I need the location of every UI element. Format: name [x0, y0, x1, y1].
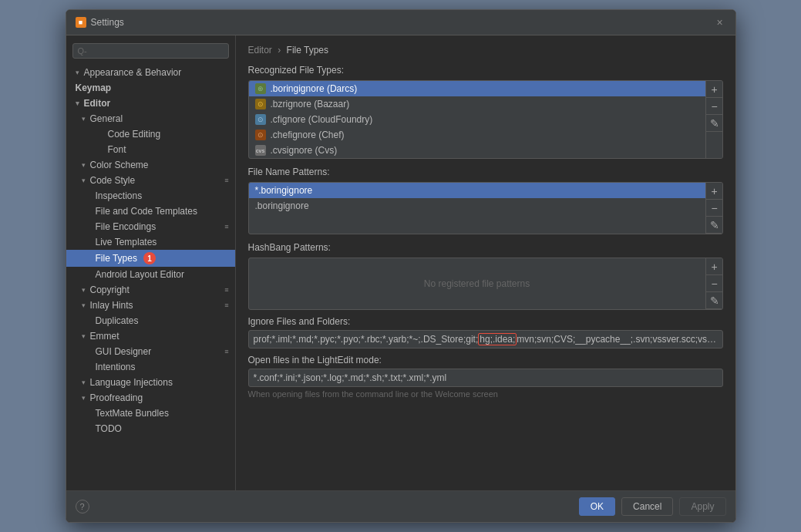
- sidebar-item-general[interactable]: ▾General: [66, 111, 235, 126]
- list-item[interactable]: ⊙ .bzrignore (Bazaar): [249, 96, 705, 112]
- sidebar-item-label: Emmet: [90, 331, 119, 342]
- remove-hashbang-button[interactable]: −: [706, 275, 723, 292]
- file-type-icon: ⊙: [255, 114, 266, 125]
- arrow-icon: ▾: [82, 115, 86, 123]
- sidebar-item-label: Appearance & Behavior: [84, 67, 182, 78]
- add-file-type-button[interactable]: +: [706, 81, 723, 98]
- sidebar-item-label: General: [90, 113, 123, 124]
- list-item[interactable]: .boringignore: [249, 198, 705, 214]
- hashbang-patterns-scroll[interactable]: No registered file patterns: [249, 258, 705, 309]
- dialog-footer: ? OK Cancel Apply: [66, 490, 735, 522]
- edit-file-type-button[interactable]: ✎: [706, 115, 723, 132]
- file-type-name: .bzrignore (Bazaar): [271, 99, 350, 109]
- add-pattern-button[interactable]: +: [706, 183, 723, 200]
- sidebar-item-color-scheme[interactable]: ▾Color Scheme: [66, 157, 235, 173]
- sidebar-item-file-and-code-templates[interactable]: File and Code Templates: [66, 204, 235, 219]
- sidebar-item-inlay-hints[interactable]: ▾Inlay Hints≡: [66, 298, 235, 313]
- lightedit-label: Open files in the LightEdit mode:: [248, 355, 723, 365]
- recognized-file-types-list: ⊛ .boringignore (Darcs) ⊙ .bzrignore (Ba…: [248, 80, 723, 159]
- sidebar-item-label: Keymap: [76, 82, 112, 93]
- sidebar-item-gui-designer[interactable]: GUI Designer≡: [66, 344, 235, 359]
- hint-text: When opening files from the command line…: [248, 389, 723, 399]
- sidebar-item-label: Android Layout Editor: [96, 269, 184, 280]
- add-hashbang-button[interactable]: +: [706, 258, 723, 275]
- ignore-before-highlight: prof;*.iml;*.md;*.pyc;*.pyo;*.rbc;*.yarb…: [254, 334, 479, 345]
- ignore-files-input[interactable]: prof;*.iml;*.md;*.pyc;*.pyo;*.rbc;*.yarb…: [248, 330, 723, 348]
- list-item[interactable]: ⊙ .cfignore (CloudFoundry): [249, 112, 705, 127]
- sidebar-item-textmate-bundles[interactable]: TextMate Bundles: [66, 406, 235, 421]
- patterns-controls: + − ✎: [705, 183, 722, 234]
- file-type-icon: ⊛: [255, 83, 266, 94]
- sidebar-item-live-templates[interactable]: Live Templates: [66, 234, 235, 250]
- list-item[interactable]: ⊙ .chefignore (Chef): [249, 127, 705, 143]
- ignore-files-row: Ignore Files and Folders: prof;*.iml;*.m…: [248, 316, 723, 348]
- sidebar-item-label: Color Scheme: [90, 160, 149, 170]
- edit-pattern-button[interactable]: ✎: [706, 217, 723, 234]
- recognized-file-types-scroll[interactable]: ⊛ .boringignore (Darcs) ⊙ .bzrignore (Ba…: [249, 81, 705, 158]
- title-bar-left: ■ Settings: [76, 17, 124, 28]
- sidebar-items-container: ▾Appearance & BehaviorKeymap▾Editor▾Gene…: [66, 65, 235, 436]
- sidebar-item-label: Intentions: [96, 362, 136, 372]
- sidebar-item-label: GUI Designer: [96, 346, 152, 357]
- list-item[interactable]: ⊛ .boringignore (Darcs): [249, 81, 705, 96]
- sidebar-item-label: Inspections: [96, 190, 143, 201]
- sidebar-item-file-types[interactable]: File Types1: [66, 250, 235, 267]
- cancel-button[interactable]: Cancel: [621, 497, 673, 516]
- sidebar-item-language-injections[interactable]: ▾Language Injections: [66, 375, 235, 390]
- ok-button[interactable]: OK: [579, 497, 615, 516]
- file-name-patterns-scroll[interactable]: *.boringignore .boringignore: [249, 183, 705, 234]
- sidebar-item-copyright[interactable]: ▾Copyright≡: [66, 282, 235, 298]
- hashbang-controls: + − ✎: [705, 258, 722, 309]
- sidebar-item-code-style[interactable]: ▾Code Style≡: [66, 173, 235, 188]
- lightedit-row: Open files in the LightEdit mode: When o…: [248, 355, 723, 399]
- edit-hashbang-button[interactable]: ✎: [706, 292, 723, 309]
- file-type-name: .boringignore (Darcs): [271, 83, 358, 94]
- help-button[interactable]: ?: [76, 500, 89, 513]
- sidebar-item-emmet[interactable]: ▾Emmet: [66, 328, 235, 344]
- sidebar-item-label: Duplicates: [96, 315, 139, 326]
- sidebar-item-file-encodings[interactable]: File Encodings≡: [66, 219, 235, 234]
- remove-file-type-button[interactable]: −: [706, 98, 723, 115]
- sidebar-item-intentions[interactable]: Intentions: [66, 359, 235, 375]
- lightedit-input[interactable]: [248, 369, 723, 387]
- app-icon: ■: [76, 17, 86, 28]
- list-item[interactable]: cvs .cvsignore (Cvs): [249, 143, 705, 158]
- sidebar-item-editor[interactable]: ▾Editor: [66, 96, 235, 111]
- apply-button[interactable]: Apply: [679, 497, 725, 516]
- overlay-icon: ≡: [224, 177, 228, 184]
- dialog-title: Settings: [91, 17, 124, 28]
- file-type-name: .cvsignore (Cvs): [271, 145, 338, 156]
- sidebar-item-proofreading[interactable]: ▾Proofreading: [66, 390, 235, 406]
- arrow-icon: ▾: [82, 161, 86, 169]
- ignore-highlighted-segment: hg;.idea;: [478, 333, 517, 345]
- arrow-icon: ▾: [82, 177, 86, 184]
- file-type-icon: ⊙: [255, 130, 266, 140]
- file-type-name: .cfignore (CloudFoundry): [271, 114, 373, 125]
- sidebar-item-todo[interactable]: TODO: [66, 421, 235, 436]
- sidebar-item-label: TextMate Bundles: [96, 408, 169, 419]
- sidebar-item-label: File Types: [96, 253, 137, 264]
- search-input[interactable]: [72, 43, 229, 59]
- sidebar-item-label: Live Templates: [96, 237, 157, 247]
- pattern-name: *.boringignore: [255, 185, 313, 196]
- sidebar-item-font[interactable]: Font: [66, 142, 235, 157]
- sidebar-item-label: Font: [108, 144, 126, 155]
- list-item[interactable]: *.boringignore: [249, 183, 705, 198]
- sidebar-item-appearance[interactable]: ▾Appearance & Behavior: [66, 65, 235, 80]
- breadcrumb: Editor › File Types: [248, 45, 723, 56]
- sidebar-item-label: Code Editing: [108, 129, 161, 140]
- sidebar-item-inspections[interactable]: Inspections: [66, 188, 235, 204]
- sidebar-item-duplicates[interactable]: Duplicates: [66, 313, 235, 328]
- remove-pattern-button[interactable]: −: [706, 200, 723, 217]
- arrow-icon: ▾: [82, 379, 86, 386]
- sidebar-item-code-editing[interactable]: Code Editing: [66, 126, 235, 142]
- footer-right: OK Cancel Apply: [579, 497, 726, 516]
- overlay-icon: ≡: [224, 301, 228, 309]
- sidebar-item-keymap[interactable]: Keymap: [66, 80, 235, 96]
- sidebar-item-label: TODO: [96, 423, 122, 434]
- close-button[interactable]: ×: [714, 16, 726, 29]
- sidebar-item-android-layout-editor[interactable]: Android Layout Editor: [66, 267, 235, 282]
- arrow-icon: ▾: [82, 301, 86, 309]
- file-name-patterns-list: *.boringignore .boringignore + − ✎: [248, 182, 723, 234]
- arrow-icon: ▾: [76, 69, 79, 76]
